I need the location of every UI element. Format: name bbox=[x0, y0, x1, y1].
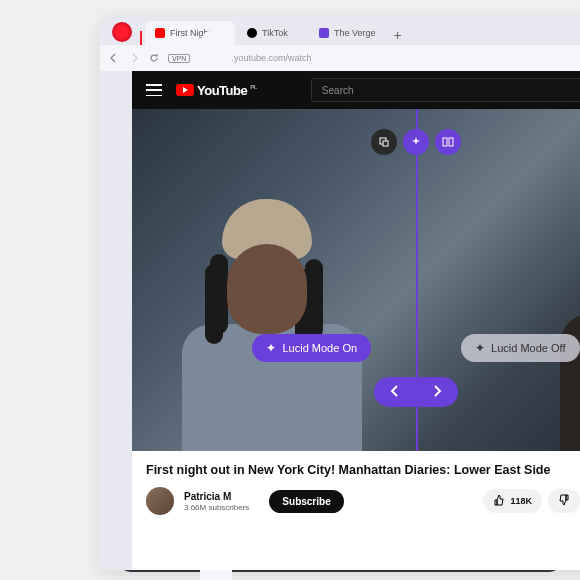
browser-window: First Night out in N TikTok The Verge + … bbox=[100, 15, 580, 570]
channel-name: Patricia M bbox=[184, 491, 249, 502]
search-placeholder: Search bbox=[322, 85, 354, 96]
tab-strip: First Night out in N TikTok The Verge + bbox=[100, 15, 580, 45]
tab-tiktok[interactable]: TikTok bbox=[237, 21, 307, 45]
youtube-header: YouTube PL Search bbox=[132, 71, 580, 109]
channel-avatar[interactable] bbox=[146, 487, 174, 515]
video-title: First night out in New York City! Manhat… bbox=[146, 463, 580, 477]
svg-rect-2 bbox=[383, 141, 388, 146]
url-input[interactable]: 🔒 www.youtube.com/watch bbox=[198, 53, 580, 63]
lucid-next-button[interactable] bbox=[426, 382, 448, 402]
address-bar: VPN 🔒 www.youtube.com/watch bbox=[100, 45, 580, 71]
tiktok-favicon-icon bbox=[247, 28, 257, 38]
youtube-wordmark: YouTube bbox=[197, 83, 247, 98]
search-input[interactable]: Search bbox=[311, 78, 580, 102]
tab-label: The Verge bbox=[334, 28, 376, 38]
lucid-off-label: Lucid Mode Off bbox=[491, 342, 565, 354]
subscribe-button[interactable]: Subscribe bbox=[269, 490, 343, 513]
video-metadata: First night out in New York City! Manhat… bbox=[132, 451, 580, 527]
thumbs-down-icon bbox=[558, 494, 570, 508]
sparkle-icon: ✦ bbox=[266, 341, 276, 355]
svg-rect-3 bbox=[443, 138, 447, 146]
page-content: YouTube PL Search bbox=[132, 71, 580, 570]
lucid-mode-labels: ✦ Lucid Mode On ✦ Lucid Mode Off bbox=[132, 334, 580, 362]
video-meta-row: Patricia M 3.66M subscribers Subscribe 1… bbox=[146, 487, 580, 515]
new-tab-button[interactable]: + bbox=[388, 25, 408, 45]
video-frame-right bbox=[530, 169, 580, 451]
video-frame-left bbox=[162, 169, 372, 451]
lucid-nav-pill bbox=[374, 377, 458, 407]
video-player[interactable]: ✦ Lucid Mode On ✦ Lucid Mode Off bbox=[132, 109, 580, 451]
back-button[interactable] bbox=[108, 52, 120, 64]
lucid-prev-button[interactable] bbox=[384, 382, 406, 402]
video-actions: 118K Share bbox=[483, 489, 580, 513]
lucid-compare-button[interactable] bbox=[435, 129, 461, 155]
tab-verge[interactable]: The Verge bbox=[309, 21, 386, 45]
dislike-button[interactable] bbox=[548, 489, 580, 513]
lucid-mode-off-pill[interactable]: ✦ Lucid Mode Off bbox=[461, 334, 579, 362]
lucid-mode-on-pill[interactable]: ✦ Lucid Mode On bbox=[252, 334, 371, 362]
youtube-favicon-icon bbox=[155, 28, 165, 38]
opera-logo-icon[interactable] bbox=[112, 22, 132, 42]
vpn-badge[interactable]: VPN bbox=[168, 54, 190, 63]
lucid-toolbar bbox=[371, 129, 461, 155]
svg-rect-4 bbox=[449, 138, 453, 146]
popout-button[interactable] bbox=[371, 129, 397, 155]
forward-button[interactable] bbox=[128, 52, 140, 64]
youtube-play-icon bbox=[176, 84, 194, 96]
thumbs-up-icon bbox=[493, 494, 505, 508]
sparkle-icon: ✦ bbox=[475, 341, 485, 355]
reload-button[interactable] bbox=[148, 52, 160, 64]
youtube-region: PL bbox=[250, 84, 257, 90]
verge-favicon-icon bbox=[319, 28, 329, 38]
lucid-sparkle-button[interactable] bbox=[403, 129, 429, 155]
like-button[interactable]: 118K bbox=[483, 489, 542, 513]
subscriber-count: 3.66M subscribers bbox=[184, 503, 249, 512]
lucid-on-label: Lucid Mode On bbox=[282, 342, 357, 354]
channel-info[interactable]: Patricia M 3.66M subscribers bbox=[184, 491, 249, 512]
tab-label: TikTok bbox=[262, 28, 288, 38]
active-tab-indicator bbox=[140, 31, 142, 45]
hamburger-menu-button[interactable] bbox=[146, 84, 162, 96]
youtube-logo[interactable]: YouTube PL bbox=[176, 83, 257, 98]
like-count: 118K bbox=[510, 496, 532, 506]
